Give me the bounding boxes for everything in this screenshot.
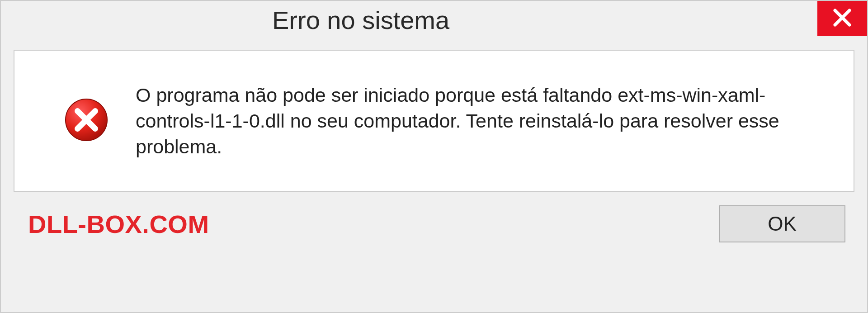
titlebar: Erro no sistema bbox=[1, 1, 867, 42]
error-icon bbox=[64, 98, 108, 144]
dialog-title: Erro no sistema bbox=[272, 1, 449, 35]
close-button[interactable] bbox=[817, 1, 867, 36]
ok-button[interactable]: OK bbox=[719, 205, 845, 242]
error-message: O programa não pode ser iniciado porque … bbox=[136, 82, 817, 159]
watermark: DLL-BOX.COM bbox=[28, 209, 209, 239]
footer: DLL-BOX.COM OK bbox=[1, 192, 867, 256]
close-icon bbox=[831, 7, 853, 30]
error-dialog: Erro no sistema bbox=[0, 0, 868, 313]
content-panel: O programa não pode ser iniciado porque … bbox=[14, 50, 854, 192]
